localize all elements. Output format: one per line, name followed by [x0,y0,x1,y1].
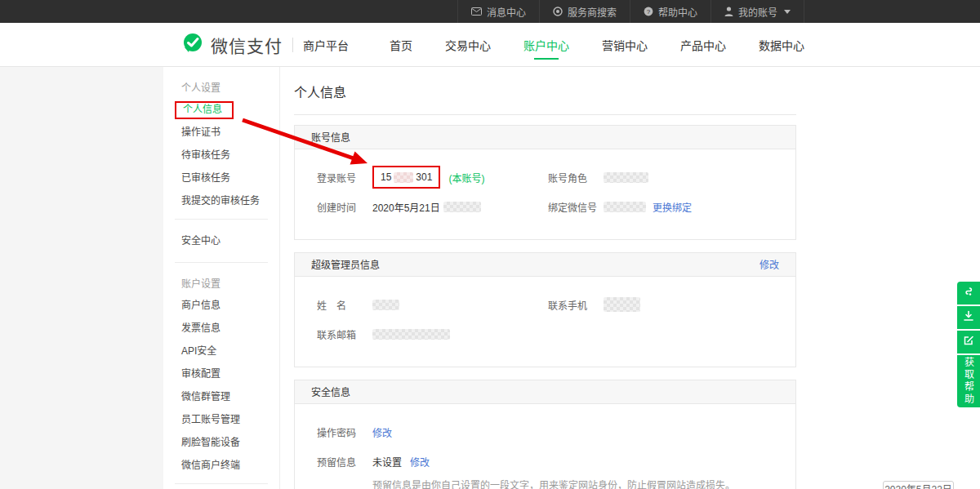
sidebar-item-invoice-info[interactable]: 发票信息 [163,317,279,340]
login-account-redacted [394,172,413,183]
sidebar-item-wechat-merchant-terminal[interactable]: 微信商户终端 [163,454,279,477]
field-row: 联系邮箱 [295,322,795,345]
sidebar-item-staff-account-management[interactable]: 员工账号管理 [163,408,279,431]
main-nav: 首页 交易中心 账户中心 营销中心 产品中心 数据中心 [390,23,804,67]
operation-password-label: 操作密码 [317,425,372,439]
current-account-tag: (本账号) [448,171,484,184]
nav-item-transaction-center[interactable]: 交易中心 [445,23,491,67]
edit-icon [963,335,974,349]
sidebar-item-review-config[interactable]: 审核配置 [163,362,279,385]
help-icon: ? [644,7,653,16]
nav-item-product-center[interactable]: 产品中心 [680,23,726,67]
topbar-item-provider-search[interactable]: 服务商搜索 [539,0,630,23]
sidebar-item-security-center[interactable]: 安全中心 [163,229,279,252]
get-help-button[interactable]: 获取帮助 [957,355,980,407]
sidebar-item-pending-review-tasks[interactable]: 待审核任务 [163,144,279,167]
brand-name: 微信支付 [211,33,283,57]
note-line: 预留信息是由你自己设置的一段文字，用来鉴定网站身份，防止假冒网站造成损失。 [372,479,795,489]
security-info-card: 安全信息 操作密码 修改 预留信息 未设置 修改 预留信息是由你自己设置的一段文… [294,380,796,489]
user-icon [724,7,733,16]
admin-name-redacted [372,300,399,310]
sidebar-item-face-smart-device[interactable]: 刷脸智能设备 [163,431,279,454]
svg-text:?: ? [647,8,651,16]
sidebar-divider [175,219,268,220]
brand-divider [292,38,293,52]
sidebar-group-account-settings: 账户设置 [163,274,279,294]
topbar-item-help-center[interactable]: ? 帮助中心 [630,0,710,23]
admin-name-label: 姓 名 [317,298,372,312]
contact-phone-label: 联系手机 [548,298,604,312]
sidebar-item-reviewed-tasks[interactable]: 已审核任务 [163,167,279,189]
sidebar-item-api-security[interactable]: API安全 [163,340,279,362]
topbar-item-label: 服务商搜索 [568,5,617,19]
super-admin-card-body: 姓 名 联系手机 联系邮箱 [295,277,795,367]
sidebar-item-wechat-group-management[interactable]: 微信群管理 [163,385,279,408]
left-gutter [0,67,163,489]
reserve-info-label: 预留信息 [317,455,372,469]
account-role-redacted [604,172,648,183]
contact-email-label: 联系邮箱 [317,327,372,341]
topbar-item-my-account[interactable]: 我的账号 [710,0,804,23]
annotation-red-box-login-account: 15 301 [372,166,440,189]
sidebar-item-personal-info[interactable]: 个人信息 [163,98,279,121]
bound-wechat-label: 绑定微信号 [548,200,604,214]
download-icon [963,310,974,325]
title-divider [294,114,796,115]
link-icon [963,286,974,300]
date-tooltip: 2020年5月22日 [883,481,954,489]
float-link-button[interactable] [957,282,980,305]
password-edit-link[interactable]: 修改 [372,425,392,439]
card-title: 安全信息 [311,385,350,398]
field-row: 登录账号 15 301 (本账号) 账号角色 [295,166,795,189]
topbar-item-label: 消息中心 [487,5,526,19]
login-account-prefix: 15 [381,171,391,183]
topbar-item-messages[interactable]: 消息中心 [457,0,539,23]
nav-item-account-center[interactable]: 账户中心 [523,23,569,67]
super-admin-card: 超级管理员信息 修改 姓 名 联系手机 联系邮箱 [294,252,796,367]
field-row: 创建时间 2020年5月21日 绑定微信号 更换绑定 [295,195,795,218]
brand-platform: 商户平台 [303,37,349,53]
nav-item-marketing-center[interactable]: 营销中心 [602,23,648,67]
caret-down-icon [784,10,791,14]
topbar-item-label: 帮助中心 [658,5,697,19]
field-row: 预留信息 未设置 修改 [295,450,795,473]
search-icon [553,7,563,16]
mail-icon [471,7,482,16]
float-feedback-button[interactable] [957,331,980,353]
header: 微信支付 商户平台 首页 交易中心 账户中心 营销中心 产品中心 数据中心 [0,23,980,67]
float-download-button[interactable] [957,306,980,329]
sidebar-item-operation-certificate[interactable]: 操作证书 [163,121,279,144]
reserve-edit-link[interactable]: 修改 [410,455,430,469]
admin-edit-link[interactable]: 修改 [760,257,779,271]
wechat-pay-logo-icon [181,32,204,58]
page-title: 个人信息 [294,82,796,101]
account-info-card: 账号信息 登录账号 15 301 (本账号) 账号角色 [294,125,796,240]
login-account-label: 登录账号 [317,171,372,184]
topbar: 消息中心 服务商搜索 ? 帮助中心 我的账号 [0,0,980,23]
field-row: 姓 名 联系手机 [295,293,795,316]
account-role-label: 账号角色 [548,171,604,184]
security-info-card-body: 操作密码 修改 预留信息 未设置 修改 预留信息是由你自己设置的一段文字，用来鉴… [295,404,795,489]
float-help-widget: 获取帮助 [957,282,980,407]
super-admin-card-header: 超级管理员信息 修改 [295,253,795,277]
rebind-link[interactable]: 更换绑定 [653,200,692,214]
field-row: 操作密码 修改 [295,420,795,443]
sidebar-divider [175,262,268,263]
created-time-redacted [443,202,481,212]
reserve-info-status: 未设置 [372,455,402,469]
main-content: 个人信息 账号信息 登录账号 15 301 (本账号) [294,67,796,489]
created-time-value: 2020年5月21日 [372,200,440,214]
sidebar-item-merchant-info[interactable]: 商户信息 [163,294,279,317]
login-account-suffix: 301 [416,171,432,183]
account-info-card-header: 账号信息 [295,126,795,149]
card-title: 账号信息 [311,130,350,144]
card-title: 超级管理员信息 [311,257,380,271]
nav-item-home[interactable]: 首页 [390,23,412,67]
contact-phone-redacted [604,297,640,312]
sidebar-item-my-submitted-tasks[interactable]: 我提交的审核任务 [163,189,279,212]
annotation-red-box-sidebar: 个人信息 [175,101,234,119]
brand[interactable]: 微信支付 商户平台 [181,23,349,67]
nav-item-data-center[interactable]: 数据中心 [759,23,804,67]
created-time-label: 创建时间 [317,200,372,214]
security-info-card-header: 安全信息 [295,380,795,404]
